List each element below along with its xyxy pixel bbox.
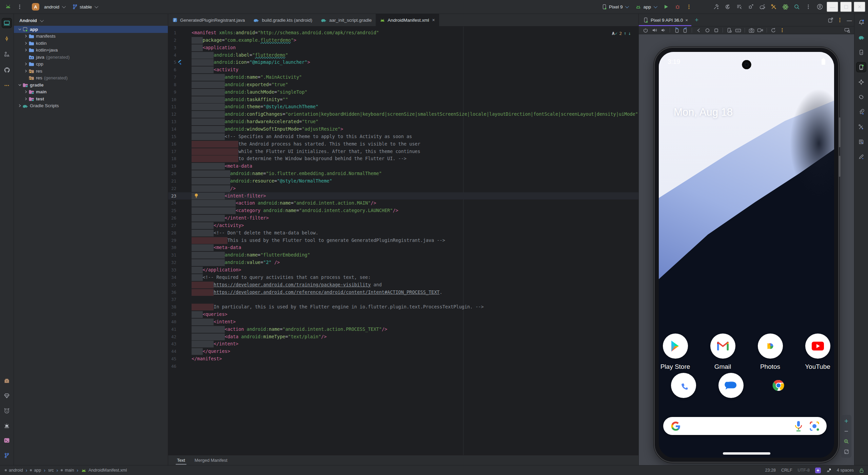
chevron-right-icon[interactable] xyxy=(23,97,28,100)
code-line[interactable]: 35 https://developer.android.com/trainin… xyxy=(168,281,638,289)
device-tools-icon[interactable] xyxy=(856,122,866,132)
zoom-reset-icon[interactable] xyxy=(842,438,850,445)
code-line[interactable]: 16 the Android process has started. This… xyxy=(168,140,638,148)
nav-back-icon[interactable] xyxy=(694,27,703,34)
more-yellow-icon[interactable] xyxy=(778,27,786,34)
code-line[interactable]: 33 </application> xyxy=(168,266,638,274)
main-menu-button[interactable] xyxy=(15,2,24,12)
code-line[interactable]: 8 android:exported="true" xyxy=(168,81,638,89)
code-line[interactable]: 6 <activity xyxy=(168,66,638,74)
code-line[interactable]: 5 android:icon="@mipmap/ic_launcher"> xyxy=(168,59,638,66)
code-line[interactable]: 27 </activity> xyxy=(168,222,638,229)
code-line[interactable]: 37 xyxy=(168,296,638,303)
breadcrumb-item-main[interactable]: main xyxy=(61,468,74,473)
branch-selector[interactable]: stable xyxy=(70,3,100,11)
voice-search-icon[interactable] xyxy=(794,420,803,432)
chevron-right-icon[interactable] xyxy=(23,62,28,65)
code-line[interactable]: 22 /> xyxy=(168,185,638,192)
tree-item-res[interactable]: res(generated) xyxy=(14,75,168,82)
code-line[interactable]: 25 <category android:name="android.inten… xyxy=(168,207,638,214)
code-editor[interactable]: A✓ 2 ↑ ↓ 1<manifest xmlns:android="http:… xyxy=(168,26,638,455)
tree-item-manifests[interactable]: manifests xyxy=(14,33,168,40)
code-line[interactable]: 39 <queries> xyxy=(168,311,638,318)
intention-bulb-icon[interactable] xyxy=(194,193,199,198)
tree-item-main[interactable]: main xyxy=(14,89,168,96)
app-phone[interactable] xyxy=(668,373,699,398)
code-line[interactable]: 19 <meta-data xyxy=(168,163,638,170)
phoneapp-app-icon[interactable] xyxy=(671,373,696,398)
app-gmail[interactable]: Gmail xyxy=(707,334,738,370)
playstore-app-icon[interactable] xyxy=(663,334,688,359)
code-line[interactable]: 24 <action android:name="android.intent.… xyxy=(168,200,638,207)
code-line[interactable]: 31 android:name="flutterEmbedding" xyxy=(168,251,638,259)
code-line[interactable]: 46 xyxy=(168,363,638,370)
run-more-actions-button[interactable] xyxy=(684,2,694,12)
more-tools-icon[interactable] xyxy=(2,80,12,91)
chevron-right-icon[interactable] xyxy=(23,42,28,45)
editor-tab-aar-init-script-gradle[interactable]: aar_init_script.gradle xyxy=(316,14,376,26)
captures-icon[interactable] xyxy=(856,107,866,117)
chevron-right-icon[interactable] xyxy=(23,49,28,52)
search-icon[interactable] xyxy=(792,2,802,12)
gmail-app-icon[interactable] xyxy=(710,334,735,359)
running-devices-icon[interactable] xyxy=(856,62,866,72)
window-minimize-button[interactable]: — xyxy=(827,2,838,12)
power-icon[interactable] xyxy=(642,27,650,34)
code-changes-icon[interactable] xyxy=(734,2,744,12)
breadcrumb-item-androidmanifest-xml[interactable]: AndroidManifest.xml xyxy=(81,468,127,473)
code-line[interactable]: 36 https://developer.android.com/referen… xyxy=(168,289,638,296)
manifest-view-tab-text[interactable]: Text xyxy=(173,456,189,465)
screenshot-icon[interactable] xyxy=(747,27,755,34)
project-view-selector[interactable]: Android xyxy=(19,18,37,23)
youtube-app-icon[interactable] xyxy=(805,334,830,359)
flutter-gutter-icon[interactable] xyxy=(177,60,182,65)
chevron-down-icon[interactable] xyxy=(17,83,22,87)
tree-item-res[interactable]: res xyxy=(14,68,168,75)
chevron-right-icon[interactable] xyxy=(17,104,22,107)
tree-item-cpp[interactable]: cpp xyxy=(14,61,168,68)
device-manager-icon[interactable] xyxy=(856,47,866,57)
code-line[interactable]: 23 <intent-filter> xyxy=(168,192,638,200)
tree-item-java[interactable]: java(generated) xyxy=(14,54,168,61)
open-in-window-button[interactable] xyxy=(826,15,835,25)
gradle-icon[interactable] xyxy=(856,32,866,42)
code-line[interactable]: 7 android:name=".MainActivity" xyxy=(168,74,638,81)
gemini-icon[interactable] xyxy=(856,77,866,87)
code-line[interactable]: 44 </queries> xyxy=(168,348,638,355)
code-line[interactable]: 26 </intent-filter> xyxy=(168,214,638,222)
code-line[interactable]: 18 to determine the Window background be… xyxy=(168,155,638,163)
sdk-manager-icon[interactable] xyxy=(769,2,778,12)
more-gray-icon[interactable] xyxy=(804,2,813,12)
code-line[interactable]: 45</manifest> xyxy=(168,355,638,363)
edits-icon[interactable] xyxy=(856,152,866,162)
breadcrumb-item-src[interactable]: src xyxy=(48,468,54,473)
run-button[interactable] xyxy=(661,2,671,12)
rotate-left-icon[interactable] xyxy=(672,27,680,34)
gradle-sync-icon[interactable] xyxy=(757,2,767,12)
code-line[interactable]: 1<manifest xmlns:android="http://schemas… xyxy=(168,29,638,37)
device-monitor-icon[interactable] xyxy=(781,2,790,12)
github-icon[interactable] xyxy=(2,65,12,75)
app-messages[interactable] xyxy=(715,373,747,398)
run-config-selector[interactable]: app xyxy=(633,3,659,11)
pin-icon[interactable] xyxy=(826,468,831,473)
code-line[interactable]: 10 android:taskAffinity="" xyxy=(168,96,638,103)
editor-tab-androidmanifest-xml[interactable]: AndroidManifest.xml× xyxy=(376,14,439,26)
caret-position[interactable]: 23:28 xyxy=(765,468,776,473)
tree-item-gradle-scripts[interactable]: Gradle Scripts xyxy=(14,102,168,110)
code-line[interactable]: 20 android:name="io.flutter.embedding.an… xyxy=(168,170,638,177)
google-lens-icon[interactable] xyxy=(809,421,820,432)
code-line[interactable]: 42 <data android:mimeType="text/plain"/> xyxy=(168,333,638,341)
editor-tab-build-gradle-kts-android-[interactable]: build.gradle.kts (android) xyxy=(249,14,316,26)
chevron-right-icon[interactable] xyxy=(23,90,28,93)
home-indicator[interactable] xyxy=(723,452,770,455)
code-line[interactable]: 29 This is used by the Flutter tool to g… xyxy=(168,237,638,244)
code-line[interactable]: 21 android:resource="@style/NormalTheme" xyxy=(168,177,638,185)
app-photos[interactable]: Photos xyxy=(755,334,786,370)
code-line[interactable]: 43 </intent> xyxy=(168,340,638,348)
screen-record-icon[interactable] xyxy=(756,27,764,34)
terminal-icon[interactable] xyxy=(2,435,12,445)
app-youtube[interactable]: YouTube xyxy=(802,334,833,370)
code-line[interactable]: 28 <!-- Don't delete the meta-data below… xyxy=(168,229,638,237)
code-line[interactable]: 14 android:windowSoftInputMode="adjustRe… xyxy=(168,126,638,133)
